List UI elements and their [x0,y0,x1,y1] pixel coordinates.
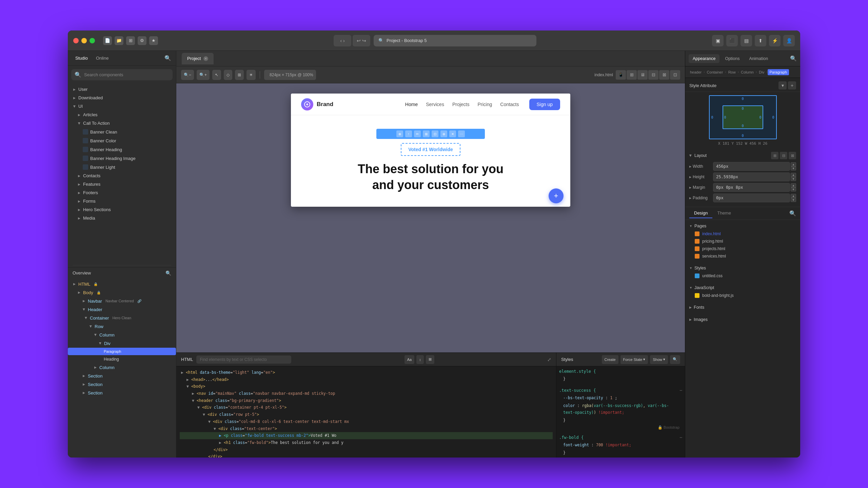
sidebar-item-contacts[interactable]: ▶ Contacts [68,171,176,180]
select-btn[interactable]: ↖ [212,70,221,80]
create-btn[interactable]: Create [602,355,618,364]
shape-btn[interactable]: ◇ [224,70,232,80]
forward-arrow[interactable]: ↩ ↪ [353,35,370,46]
sidebar-item-banner-clean[interactable]: Banner Clean [68,127,176,136]
html-search-input[interactable] [196,355,291,364]
triple-btn[interactable]: ⊞ [426,355,434,364]
style-add-btn[interactable]: + [788,81,796,89]
theme-tab[interactable]: Theme [712,208,735,218]
sidebar-item-banner-heading[interactable]: Banner Heading [68,145,176,154]
overview-paragraph[interactable]: Paragraph [68,348,176,355]
nav-pricing[interactable]: Pricing [477,102,492,107]
close-btn[interactable] [73,38,79,43]
add-element-button[interactable]: + [549,188,564,203]
overview-heading[interactable]: Heading [68,355,176,363]
sel-copy-icon[interactable]: ⊛ [440,130,447,137]
js-header[interactable]: ▼ JavaScript [685,284,800,292]
sidebar-item-banner-heading-image[interactable]: Banner Heading Image [68,154,176,163]
width-down-btn[interactable]: ▼ [791,166,796,170]
aa-btn[interactable]: Aa [405,355,414,364]
styles-header[interactable]: ▼ Styles [685,264,800,272]
back-arrow[interactable]: ‹ › [334,35,351,46]
layout-icon-left[interactable]: ⊞ [771,152,778,159]
file-icon[interactable]: 📄 [103,36,112,45]
size-selector[interactable]: 824px × 715px @ 100% [264,70,316,80]
mobile-view-btn[interactable]: 📱 [616,70,626,80]
sel-delete-icon[interactable]: ✕ [449,130,456,137]
settings-icon[interactable]: ⚙ [138,36,146,45]
code-line[interactable]: ▼ <div class="col-md-8 col-xl-6 text-cen… [180,418,553,425]
images-header[interactable]: ▶ Images [685,316,800,324]
overview-section-2[interactable]: ▶ Section [68,380,176,389]
sidebar-item-call-to-action[interactable]: ▶ Call To Action [68,119,176,127]
sel-more-icon[interactable]: ⋯ [458,130,465,137]
layout-icon-2[interactable]: ⬛ [726,35,738,46]
signup-button[interactable]: Sign up [529,99,560,110]
bc-container[interactable]: Container [705,69,725,75]
page-projects[interactable]: projects.html [685,245,800,252]
selected-code-line[interactable]: ▶ <p class="fw-bold text-success mb-2">V… [180,432,553,439]
code-line[interactable]: ▶ <h1 class="fw-bold">The best solution … [180,439,553,446]
sidebar-item-user[interactable]: ▶ User [68,85,176,94]
overview-column-1[interactable]: ▶ Column [68,331,176,339]
overview-search-icon[interactable]: 🔍 [165,270,171,276]
layout-icon-center[interactable]: ⊟ [780,152,787,159]
search-input[interactable] [84,72,169,77]
sidebar-item-features[interactable]: ▶ Features [68,180,176,188]
overview-html[interactable]: ▶ HTML 🔒 [68,280,176,288]
split-view-btn[interactable]: ⊟ [648,70,658,80]
sidebar-item-articles[interactable]: ▶ Articles [68,110,176,119]
overview-section-1[interactable]: ▶ Section [68,372,176,380]
sidebar-item-forms[interactable]: ▶ Forms [68,197,176,205]
desktop-view-btn[interactable]: 🖥 [637,70,648,80]
code-line[interactable]: ▶ <html data-bs-theme="light" lang="en"> [180,369,553,376]
overview-section-3[interactable]: ▶ Section [68,389,176,397]
sidebar-item-downloaded[interactable]: ▶ Downloaded [68,94,176,102]
fonts-header[interactable]: ▶ Fonts [685,303,800,311]
minimize-btn[interactable] [81,38,87,43]
zoom-in-btn[interactable]: 🔍+ [197,70,210,80]
bc-column[interactable]: Column [739,69,756,75]
overview-row[interactable]: ▶ Row [68,322,176,331]
folder-icon[interactable]: 📁 [115,36,123,45]
code-line[interactable]: ▶ <head>...</head> [180,376,553,383]
user-icon[interactable]: 👤 [783,35,795,46]
arrow-btn[interactable]: ↕ [416,355,424,364]
sidebar-item-banner-color[interactable]: Banner Color [68,136,176,145]
page-services[interactable]: services.html [685,252,800,260]
design-search-icon[interactable]: 🔍 [789,210,796,217]
zoom-out-btn[interactable]: 🔍− [181,70,194,80]
code-line[interactable]: ▼ <div class="text-center"> [180,425,553,432]
expand-icon[interactable]: ⤢ [547,357,551,363]
layout-icon-1[interactable]: ▣ [712,35,724,46]
code-line[interactable]: ▶ <nav id="mainNav" class="navbar navbar… [180,390,553,397]
page-index[interactable]: index.html [685,230,800,238]
right-panel-search-icon[interactable]: 🔍 [790,55,797,62]
lightning-icon[interactable]: ⚡ [769,35,781,46]
pages-header[interactable]: ▼ Pages [685,222,800,230]
height-input[interactable] [713,172,790,181]
sel-link-icon[interactable]: ⊞ [423,130,430,137]
css-untitled[interactable]: untitled.css [685,272,800,280]
online-tab[interactable]: Online [93,54,112,62]
code-line[interactable]: ▼ <div class="container pt-4 pt-xl-5"> [180,404,553,411]
expand-view-btn[interactable]: ⊡ [670,70,680,80]
tab-appearance[interactable]: Appearance [689,54,719,63]
layout-icon-3[interactable]: ▤ [741,35,752,46]
tab-animation[interactable]: Animation [745,54,772,63]
style-search-btn[interactable]: 🔍 [670,355,680,364]
width-up-btn[interactable]: ▲ [791,162,796,166]
sidebar-item-footers[interactable]: ▶ Footers [68,188,176,197]
height-down-btn[interactable]: ▼ [791,177,796,181]
bc-paragraph[interactable]: Paragraph [768,69,789,75]
tab-close-icon[interactable]: ✕ [203,56,208,61]
sidebar-item-banner-light[interactable]: Banner Light [68,163,176,171]
share-icon[interactable]: ⬆ [755,35,766,46]
code-line[interactable]: </div> [180,453,553,458]
padding-up-btn[interactable]: ▲ [791,194,796,198]
studio-tab[interactable]: Studio [73,54,91,62]
nav-home[interactable]: Home [405,102,418,107]
padding-down-btn[interactable]: ▼ [791,198,796,202]
sidebar-item-ui[interactable]: ▶ UI [68,102,176,110]
nav-contacts[interactable]: Contacts [500,102,519,107]
